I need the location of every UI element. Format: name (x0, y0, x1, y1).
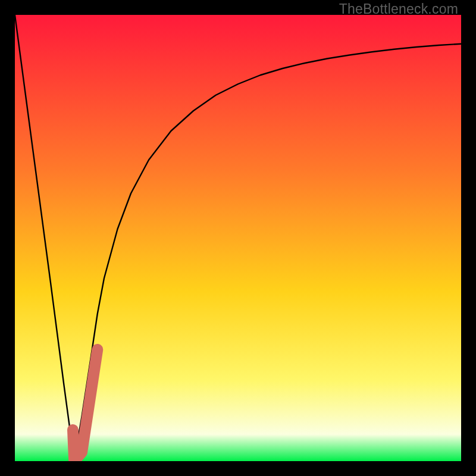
chart-frame: TheBottleneck.com (0, 0, 476, 476)
chart-svg (15, 15, 461, 461)
watermark-text: TheBottleneck.com (339, 1, 458, 17)
plot-area (15, 15, 461, 461)
gradient-background (15, 15, 461, 461)
